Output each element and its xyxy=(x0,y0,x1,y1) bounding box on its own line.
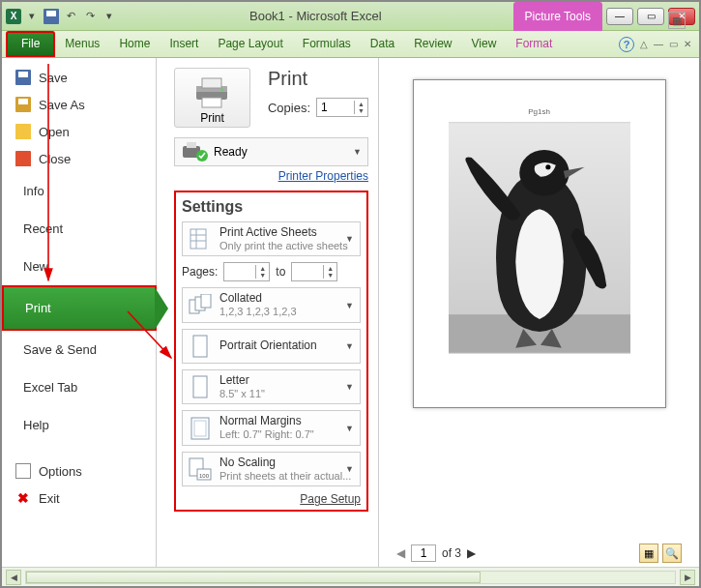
sidebar-info[interactable]: Info xyxy=(2,172,156,210)
ribbon-tab-insert[interactable]: Insert xyxy=(160,31,208,57)
sheets-icon xyxy=(189,226,212,251)
ribbon-tab-view[interactable]: View xyxy=(462,31,507,57)
zoom-to-page-button[interactable]: 🔍 xyxy=(662,544,682,563)
page-number-input[interactable] xyxy=(411,544,436,562)
ribbon-tab-data[interactable]: Data xyxy=(361,31,404,57)
prev-page-button[interactable]: ◀ xyxy=(396,546,405,560)
svg-rect-15 xyxy=(193,336,207,357)
ribbon-minimize-icon[interactable]: △ xyxy=(640,39,648,49)
ribbon-tab-page-layout[interactable]: Page Layout xyxy=(208,31,292,57)
minimize-button[interactable]: — xyxy=(606,8,633,25)
sidebar-print[interactable]: Print xyxy=(2,285,157,331)
setting-sub: Left: 0.7" Right: 0.7" xyxy=(219,428,314,441)
margins-icon xyxy=(189,416,212,441)
copies-input[interactable] xyxy=(317,99,354,116)
svg-rect-8 xyxy=(190,229,206,249)
letter-icon xyxy=(189,374,212,399)
settings-highlight-box: Settings Print Active SheetsOnly print t… xyxy=(174,191,368,512)
page-setup-link[interactable]: Page Setup xyxy=(182,492,361,506)
sidebar-new[interactable]: New xyxy=(2,248,156,285)
pages-to-spinner[interactable]: ▲▼ xyxy=(291,262,337,281)
ribbon-tab-menus[interactable]: Menus xyxy=(55,31,109,57)
window-close-icon[interactable]: ✕ xyxy=(684,39,691,49)
printer-status-icon xyxy=(181,142,208,162)
sidebar-save[interactable]: Save xyxy=(2,64,156,91)
pages-label: Pages: xyxy=(182,265,218,279)
horizontal-scrollbar[interactable]: ◀ ▶ xyxy=(2,567,699,586)
ribbon-tab-review[interactable]: Review xyxy=(404,31,461,57)
sidebar-options[interactable]: Options xyxy=(2,457,156,485)
sidebar-open[interactable]: Open xyxy=(2,118,156,145)
scaling-dropdown[interactable]: 100 No ScalingPrint sheets at their actu… xyxy=(182,452,361,486)
scroll-track[interactable] xyxy=(25,571,676,584)
print-preview-panel: ▦ Pg1sh xyxy=(379,58,699,567)
ribbon-tab-home[interactable]: Home xyxy=(109,31,160,57)
chevron-down-icon: ▼ xyxy=(345,382,354,392)
spin-up-icon[interactable]: ▲ xyxy=(324,265,336,272)
picture-tools-tab[interactable]: Picture Tools xyxy=(513,2,602,31)
paper-size-dropdown[interactable]: Letter8.5" x 11" ▼ xyxy=(182,369,361,404)
setting-title: No Scaling xyxy=(219,456,351,470)
next-page-button[interactable]: ▶ xyxy=(467,546,476,560)
printer-dropdown[interactable]: Ready ▼ xyxy=(174,137,368,166)
scroll-left-icon[interactable]: ◀ xyxy=(6,570,21,585)
chevron-down-icon: ▼ xyxy=(353,147,362,157)
sidebar-label: Exit xyxy=(39,491,60,506)
ribbon-tab-formulas[interactable]: Formulas xyxy=(293,31,361,57)
sidebar-help[interactable]: Help xyxy=(2,406,156,444)
sidebar-save-as[interactable]: Save As xyxy=(2,91,156,118)
qat-dropdown-icon[interactable]: ▾ xyxy=(23,8,41,25)
copies-label: Copies: xyxy=(268,101,310,115)
window-restore-icon[interactable]: ▭ xyxy=(669,39,678,49)
maximize-button[interactable]: ▭ xyxy=(637,8,664,25)
window-min-icon[interactable]: — xyxy=(654,39,663,49)
save-icon[interactable] xyxy=(43,8,60,25)
scroll-right-icon[interactable]: ▶ xyxy=(680,570,695,585)
sidebar-save-send[interactable]: Save & Send xyxy=(2,331,156,368)
save-disk-icon xyxy=(15,70,31,85)
orientation-dropdown[interactable]: Portrait Orientation ▼ xyxy=(182,329,361,364)
portrait-icon xyxy=(189,334,212,359)
title-bar: X ▾ ↶ ↷ ▾ Book1 - Microsoft Excel Pictur… xyxy=(2,2,699,31)
preview-page-label: Pg1sh xyxy=(449,107,630,116)
undo-icon[interactable]: ↶ xyxy=(62,8,79,25)
svg-point-25 xyxy=(545,164,550,169)
pages-from-input[interactable] xyxy=(224,263,255,280)
spin-down-icon[interactable]: ▼ xyxy=(324,272,336,279)
svg-rect-2 xyxy=(202,78,221,88)
close-folder-icon xyxy=(15,151,31,166)
spin-up-icon[interactable]: ▲ xyxy=(355,101,367,107)
pages-to-input[interactable] xyxy=(292,263,323,280)
sidebar-close[interactable]: Close xyxy=(2,145,156,172)
pages-from-spinner[interactable]: ▲▼ xyxy=(223,262,270,281)
show-margins-toggle[interactable]: ▦ xyxy=(639,544,658,563)
printer-properties-link[interactable]: Printer Properties xyxy=(174,169,368,183)
print-button[interactable]: Print xyxy=(174,68,250,128)
copies-spinner[interactable]: ▲▼ xyxy=(316,98,368,117)
sidebar-exit[interactable]: ✖Exit xyxy=(2,485,156,512)
show-margins-button[interactable]: ▦ xyxy=(668,12,686,29)
preview-page: Pg1sh xyxy=(413,79,666,408)
help-icon[interactable]: ? xyxy=(619,37,634,52)
redo-icon[interactable]: ↷ xyxy=(81,8,99,25)
chevron-down-icon: ▼ xyxy=(345,234,354,244)
sidebar-label: Open xyxy=(39,125,70,139)
collation-dropdown[interactable]: Collated1,2,3 1,2,3 1,2,3 ▼ xyxy=(182,287,361,322)
sidebar-label: Print xyxy=(25,301,51,315)
scroll-thumb[interactable] xyxy=(26,572,481,583)
spin-up-icon[interactable]: ▲ xyxy=(256,265,269,272)
sidebar-recent[interactable]: Recent xyxy=(2,210,156,248)
ribbon-tab-format[interactable]: Format xyxy=(506,31,562,57)
spin-down-icon[interactable]: ▼ xyxy=(355,107,367,114)
chevron-down-icon: ▼ xyxy=(345,341,354,351)
setting-title: Print Active Sheets xyxy=(219,226,348,240)
print-what-dropdown[interactable]: Print Active SheetsOnly print the active… xyxy=(182,221,361,256)
sidebar-excel-tab[interactable]: Excel Tab xyxy=(2,368,156,406)
margins-dropdown[interactable]: Normal MarginsLeft: 0.7" Right: 0.7" ▼ xyxy=(182,410,361,445)
qat-more-icon[interactable]: ▾ xyxy=(101,8,118,25)
file-tab[interactable]: File xyxy=(6,31,55,57)
sidebar-label: Save As xyxy=(39,98,85,112)
spin-down-icon[interactable]: ▼ xyxy=(256,272,269,279)
print-button-label: Print xyxy=(179,111,246,125)
svg-rect-3 xyxy=(202,98,221,107)
